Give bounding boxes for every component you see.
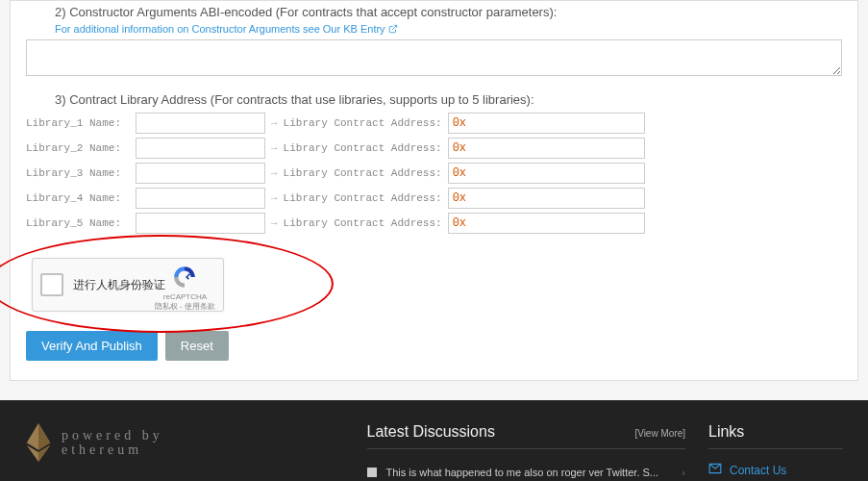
library-name-label: Library_3 Name: bbox=[26, 167, 130, 179]
library-name-input[interactable] bbox=[136, 188, 265, 209]
discussion-text: This is what happened to me also on roge… bbox=[386, 467, 659, 478]
library-row: Library_4 Name:→Library Contract Address… bbox=[26, 188, 842, 209]
recaptcha-branding: reCAPTCHA 隐私权 - 使用条款 bbox=[155, 265, 215, 312]
library-addr-input[interactable] bbox=[448, 213, 645, 234]
library-name-label: Library_1 Name: bbox=[26, 117, 130, 129]
section2-title: 2) Constructor Arguments ABI-encoded (Fo… bbox=[55, 5, 842, 19]
library-row: Library_1 Name:→Library Contract Address… bbox=[26, 113, 842, 134]
footer-wrapper: powered by ethereum Etherscan is a Block… bbox=[0, 400, 868, 481]
discussions-heading: Latest Discussions bbox=[367, 423, 495, 441]
footer-link[interactable]: Contact Us bbox=[708, 459, 843, 481]
recaptcha-area: 进行人机身份验证 reCAPTCHA 隐私权 - 使用条款 bbox=[26, 258, 842, 312]
chevron-right-icon: › bbox=[682, 467, 685, 478]
arrow-icon: → bbox=[271, 192, 278, 204]
library-name-label: Library_5 Name: bbox=[26, 217, 130, 229]
recaptcha-checkbox[interactable] bbox=[40, 273, 63, 296]
library-row: Library_3 Name:→Library Contract Address… bbox=[26, 163, 842, 184]
constructor-args-textarea[interactable] bbox=[26, 39, 842, 76]
arrow-icon: → bbox=[271, 142, 278, 154]
library-addr-input[interactable] bbox=[448, 163, 645, 184]
library-addr-input[interactable] bbox=[448, 188, 645, 209]
library-name-label: Library_4 Name: bbox=[26, 192, 130, 204]
section3-title: 3) Contract Library Address (For contrac… bbox=[55, 92, 842, 107]
ethereum-icon bbox=[25, 423, 52, 462]
button-row: Verify And Publish Reset bbox=[26, 331, 842, 361]
library-row: Library_2 Name:→Library Contract Address… bbox=[26, 138, 842, 159]
arrow-icon: → bbox=[271, 217, 278, 229]
comment-icon bbox=[367, 468, 377, 477]
library-name-input[interactable] bbox=[136, 113, 265, 134]
footer-link-label: Contact Us bbox=[730, 464, 786, 477]
library-name-label: Library_2 Name: bbox=[26, 142, 130, 154]
recaptcha-icon bbox=[172, 265, 197, 290]
footer-logo-line2: ethereum bbox=[62, 443, 163, 457]
view-more-link[interactable]: [View More] bbox=[634, 428, 685, 439]
links-list: Contact UsForumTwitterKnowledge Base bbox=[708, 459, 843, 481]
library-row: Library_5 Name:→Library Contract Address… bbox=[26, 213, 842, 234]
links-heading: Links bbox=[708, 423, 744, 441]
library-addr-input[interactable] bbox=[448, 113, 645, 134]
library-addr-input[interactable] bbox=[448, 138, 645, 159]
page-footer: powered by ethereum Etherscan is a Block… bbox=[0, 400, 868, 481]
library-name-input[interactable] bbox=[136, 213, 265, 234]
footer-brand-col: powered by ethereum Etherscan is a Block… bbox=[25, 423, 344, 481]
library-name-input[interactable] bbox=[136, 138, 265, 159]
reset-button[interactable]: Reset bbox=[165, 331, 229, 361]
footer-discussions-col: Latest Discussions [View More] This is w… bbox=[367, 423, 686, 481]
library-addr-label: Library Contract Address: bbox=[284, 117, 442, 129]
library-addr-label: Library Contract Address: bbox=[284, 142, 442, 154]
discussions-list: This is what happened to me also on roge… bbox=[367, 459, 686, 481]
library-addr-label: Library Contract Address: bbox=[284, 192, 442, 204]
recaptcha-label: 进行人机身份验证 bbox=[73, 277, 165, 293]
footer-logo-line1: powered by bbox=[62, 428, 163, 443]
discussion-item[interactable]: This is what happened to me also on roge… bbox=[367, 459, 686, 481]
mail-icon bbox=[708, 462, 722, 478]
arrow-icon: → bbox=[271, 167, 278, 179]
library-addr-label: Library Contract Address: bbox=[284, 167, 442, 179]
verify-publish-button[interactable]: Verify And Publish bbox=[26, 331, 158, 361]
recaptcha-widget[interactable]: 进行人机身份验证 reCAPTCHA 隐私权 - 使用条款 bbox=[32, 258, 224, 312]
verify-form-card: 2) Constructor Arguments ABI-encoded (Fo… bbox=[10, 0, 858, 381]
library-addr-label: Library Contract Address: bbox=[284, 217, 442, 229]
library-rows: Library_1 Name:→Library Contract Address… bbox=[26, 113, 842, 234]
kb-entry-link[interactable]: For additional information on Constructo… bbox=[55, 23, 398, 35]
arrow-icon: → bbox=[271, 117, 278, 129]
external-link-icon bbox=[388, 24, 398, 34]
library-name-input[interactable] bbox=[136, 163, 265, 184]
footer-links-col: Links Contact UsForumTwitterKnowledge Ba… bbox=[708, 423, 843, 481]
